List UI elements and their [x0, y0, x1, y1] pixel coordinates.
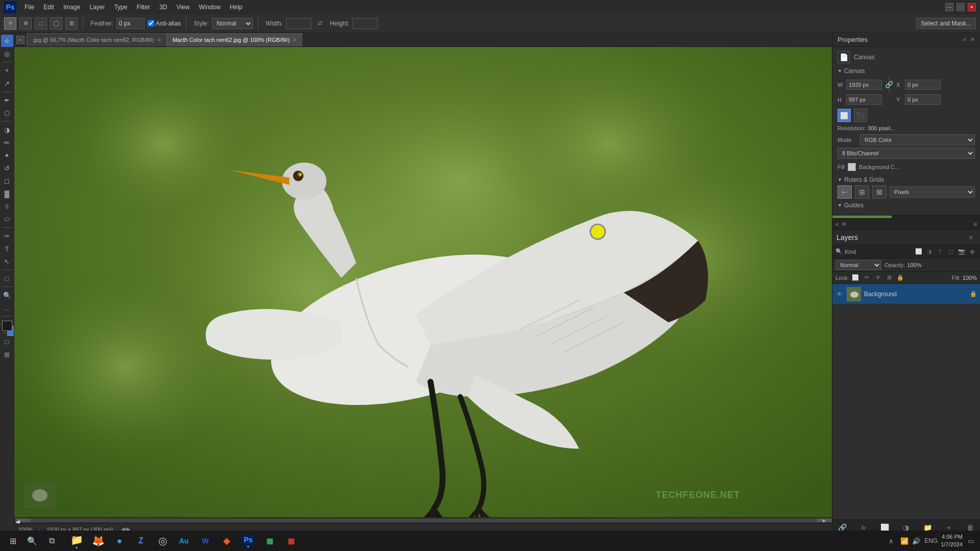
- tool-eyedrop2[interactable]: ⬡: [1, 107, 13, 119]
- layers-panel-close[interactable]: ✕: [841, 221, 846, 228]
- taskbar-zoom[interactable]: Z: [131, 531, 151, 550]
- filter-toggle[interactable]: ◉: [968, 247, 977, 256]
- lock-all-btn[interactable]: 🔒: [896, 273, 905, 282]
- menu-layer[interactable]: Layer: [85, 3, 109, 12]
- filter-type-icon[interactable]: T: [936, 247, 945, 256]
- tool-eyedrop[interactable]: ✒: [1, 94, 13, 106]
- windows-start-btn[interactable]: ⊞: [4, 532, 21, 549]
- tool-mode[interactable]: □: [1, 336, 13, 348]
- canvas-tab-0[interactable]: .jpg @ 66,7% (Macth Color tach nen62, RG…: [27, 33, 167, 46]
- h-scroll-track[interactable]: [31, 518, 817, 522]
- ruler-grid-btn[interactable]: ⊞: [855, 185, 869, 199]
- tab-close-1[interactable]: ✕: [293, 37, 297, 43]
- tool-path-select[interactable]: ↖: [1, 255, 13, 268]
- layer-item-background[interactable]: 👁 Background 🔒: [832, 284, 980, 304]
- fill-value-layers[interactable]: 100%: [963, 275, 977, 281]
- taskbar-firefox[interactable]: 🦊: [88, 531, 108, 550]
- ruler-lines-btn[interactable]: ⊢: [838, 185, 852, 199]
- show-desktop-btn[interactable]: ▭: [966, 536, 976, 546]
- tool-stamp[interactable]: ✦: [1, 149, 13, 161]
- tool-history[interactable]: ↺: [1, 162, 13, 174]
- layer-visibility-btn[interactable]: 👁: [835, 290, 844, 298]
- tray-language[interactable]: ENG: [924, 537, 938, 544]
- tab-collapse-btn[interactable]: «: [16, 36, 25, 44]
- rulers-section-header[interactable]: ▼ Rulers & Grids: [838, 176, 975, 183]
- layers-list[interactable]: 👁 Background 🔒: [832, 284, 980, 519]
- properties-collapse[interactable]: «: [963, 36, 966, 43]
- blend-mode-select[interactable]: Normal: [835, 260, 881, 270]
- width-input[interactable]: [286, 18, 312, 29]
- h-value[interactable]: 997 px: [846, 94, 882, 105]
- lasso-add[interactable]: ⊕: [19, 17, 32, 30]
- lock-draw-btn[interactable]: ✏: [862, 273, 871, 282]
- mode-select[interactable]: RGB Color: [860, 134, 975, 146]
- h-scrollbar[interactable]: ◀ ▶: [14, 517, 832, 523]
- filter-pixel-icon[interactable]: ⬜: [914, 247, 923, 256]
- tray-expand[interactable]: ∧: [886, 536, 896, 546]
- foreground-color[interactable]: [2, 321, 12, 331]
- minimize-button[interactable]: —: [945, 3, 953, 11]
- canvas-landscape-btn[interactable]: ⬛: [854, 109, 867, 122]
- ruler-crosshatch-btn[interactable]: ⊠: [872, 185, 887, 199]
- tray-datetime[interactable]: 4:06 PM 1/7/2024: [941, 533, 963, 549]
- taskbar-app11[interactable]: ◼: [281, 531, 301, 550]
- menu-image[interactable]: Image: [59, 3, 84, 12]
- h-scroll-right[interactable]: ▶: [817, 518, 832, 522]
- canvas-content[interactable]: TECHFEONE.NET ◀ ▶: [14, 47, 832, 523]
- properties-close[interactable]: ✕: [970, 36, 975, 43]
- guides-section-header[interactable]: ▼ Guides: [838, 202, 975, 209]
- select-mask-button[interactable]: Select and Mask...: [916, 18, 976, 29]
- lasso-circle[interactable]: ◯: [50, 17, 62, 30]
- anti-alias-check[interactable]: Anti-alias: [148, 20, 181, 27]
- tool-gradient[interactable]: ▓: [1, 187, 13, 200]
- menu-view[interactable]: View: [172, 3, 194, 12]
- units-select[interactable]: Pixels: [890, 186, 975, 198]
- menu-3d[interactable]: 3D: [155, 3, 171, 12]
- taskbar-photoshop[interactable]: Ps: [238, 531, 258, 550]
- layers-panel-popout[interactable]: «: [835, 221, 839, 228]
- opacity-value[interactable]: 100%: [907, 262, 921, 268]
- tool-dodge[interactable]: ⬭: [1, 213, 13, 225]
- tool-brush[interactable]: ✏: [1, 136, 13, 149]
- style-select[interactable]: Normal: [212, 18, 253, 29]
- taskbar-app8[interactable]: ◆: [217, 531, 237, 550]
- x-value[interactable]: 0 px: [905, 80, 941, 90]
- filter-smart-icon[interactable]: 📷: [957, 247, 966, 256]
- bits-select[interactable]: 8 Bits/Channel: [838, 148, 975, 159]
- feather-input[interactable]: [116, 18, 145, 29]
- menu-edit[interactable]: Edit: [39, 3, 58, 12]
- task-view-btn[interactable]: ⧉: [43, 532, 60, 549]
- anti-alias-checkbox[interactable]: [148, 20, 154, 27]
- filter-adjust-icon[interactable]: ◑: [925, 247, 934, 256]
- tab-close-0[interactable]: ✕: [157, 37, 161, 43]
- canvas-section-header[interactable]: ▼ Canvas: [838, 67, 975, 75]
- tool-rect-shape[interactable]: □: [1, 272, 13, 284]
- tool-eraser[interactable]: ◻: [1, 175, 13, 187]
- taskbar-app3[interactable]: ●: [109, 531, 130, 550]
- search-btn[interactable]: 🔍: [23, 532, 41, 549]
- lasso-rect[interactable]: □: [35, 17, 47, 30]
- tool-move[interactable]: ✛: [4, 17, 16, 30]
- taskbar-explorer[interactable]: 📁: [66, 531, 87, 550]
- w-value[interactable]: 1920 px: [846, 80, 882, 90]
- filter-shape-icon[interactable]: ◻: [946, 247, 955, 256]
- h-scroll-left[interactable]: ◀: [15, 518, 31, 522]
- tool-lasso[interactable]: ◎: [1, 47, 13, 60]
- canvas-tab-1[interactable]: Macth Color tach nen62.jpg @ 100% (RGB/8…: [167, 33, 302, 46]
- taskbar-word[interactable]: W: [195, 531, 216, 550]
- layers-panel-menu[interactable]: ≡: [973, 221, 977, 228]
- fill-swatch[interactable]: [848, 163, 856, 171]
- close-button[interactable]: ✕: [968, 3, 976, 11]
- y-value[interactable]: 0 px: [905, 94, 941, 105]
- tray-volume-icon[interactable]: 🔊: [911, 536, 921, 546]
- menu-type[interactable]: Type: [110, 3, 131, 12]
- tool-select[interactable]: ✛: [1, 35, 13, 47]
- lock-pixel-btn[interactable]: ⬜: [851, 273, 860, 282]
- tool-spot-heal[interactable]: ◑: [1, 124, 13, 136]
- tool-pen[interactable]: ✑: [1, 230, 13, 242]
- canvas-portrait-btn[interactable]: ⬜: [838, 109, 851, 122]
- swap-dimensions-btn[interactable]: ⇄: [315, 18, 325, 29]
- taskbar-chrome[interactable]: ◎: [152, 531, 173, 550]
- tool-frame[interactable]: ⊞: [1, 348, 13, 361]
- tool-type[interactable]: T: [1, 243, 13, 255]
